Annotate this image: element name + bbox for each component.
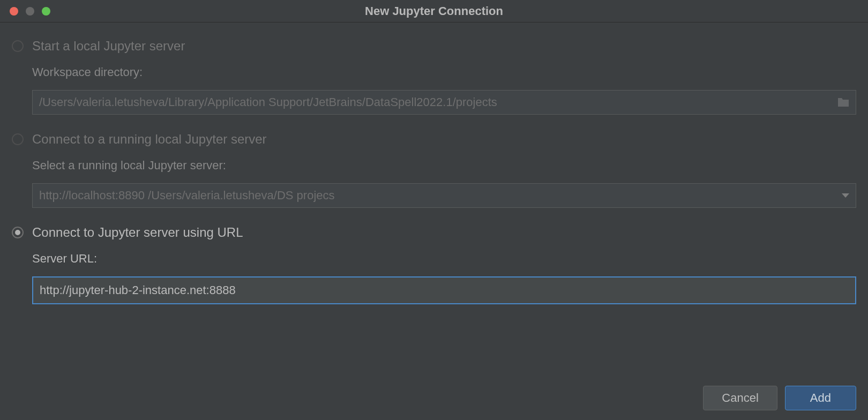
dialog-title: New Jupyter Connection [365,4,503,18]
window-controls [0,7,50,16]
minimize-window-button[interactable] [26,7,34,16]
dialog-content: Start a local Jupyter server Workspace d… [0,22,868,304]
option-connect-local: Connect to a running local Jupyter serve… [12,132,856,208]
chevron-down-icon [842,193,849,198]
folder-icon [837,97,850,108]
running-server-value: http://localhost:8890 /Users/valeria.let… [39,189,335,202]
radio-connect-local[interactable] [12,133,24,145]
dialog-footer: Cancel Add [703,386,856,410]
add-button[interactable]: Add [785,386,856,410]
server-url-label: Server URL: [32,252,856,266]
select-running-server-label: Select a running local Jupyter server: [32,159,856,172]
workspace-directory-label: Workspace directory: [32,65,856,79]
option-start-local: Start a local Jupyter server Workspace d… [12,39,856,115]
option-connect-url: Connect to Jupyter server using URL Serv… [12,225,856,304]
radio-row-start-local[interactable]: Start a local Jupyter server [12,39,856,54]
titlebar: New Jupyter Connection [0,0,868,22]
close-window-button[interactable] [10,7,18,16]
radio-label-start-local: Start a local Jupyter server [32,39,185,54]
running-server-select: http://localhost:8890 /Users/valeria.let… [32,183,856,208]
radio-connect-url[interactable] [12,227,24,238]
radio-start-local[interactable] [12,40,24,52]
server-url-input[interactable] [32,276,856,304]
workspace-directory-input [32,90,856,115]
radio-row-connect-url[interactable]: Connect to Jupyter server using URL [12,225,856,240]
maximize-window-button[interactable] [42,7,50,16]
radio-row-connect-local[interactable]: Connect to a running local Jupyter serve… [12,132,856,147]
radio-label-connect-url: Connect to Jupyter server using URL [32,225,243,240]
cancel-button[interactable]: Cancel [703,386,777,410]
radio-label-connect-local: Connect to a running local Jupyter serve… [32,132,267,147]
